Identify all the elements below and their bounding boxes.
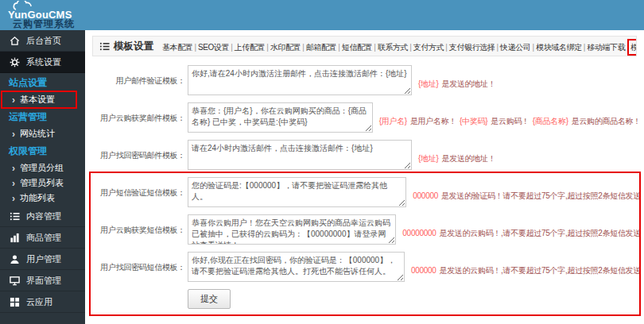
toolbar: 模板设置 基本配置|SEO设置|上传配置|水印配置|邮箱配置|短信配置|联系方式…: [92, 36, 637, 56]
tab-支付方式[interactable]: 支付方式: [413, 41, 444, 53]
list-icon: [9, 210, 20, 222]
note-token: 000000: [411, 266, 436, 275]
tab-联系方式[interactable]: 联系方式: [377, 41, 409, 53]
sidebar-item-内容管理[interactable]: 内容管理: [0, 206, 85, 227]
form-row: 用户邮件验证模板：{地址}是发送的地址！: [91, 65, 644, 95]
sidebar-item-label: 管理员列表: [20, 177, 64, 189]
tab-基本配置[interactable]: 基本配置: [161, 41, 193, 53]
page-title: 模板设置: [99, 40, 153, 53]
form-row: 用户云购获奖邮件模板：{用户名}是用户名称！{中奖码}是云购码！{商品名称}是云…: [91, 102, 644, 133]
chevron-right-icon: ›: [12, 164, 15, 172]
sidebar-item-界面管理[interactable]: 界面管理: [0, 270, 85, 291]
home-icon: [9, 35, 20, 46]
tab-SEO设置[interactable]: SEO设置: [197, 41, 230, 53]
note-text: 是发送的云购码！,请不要超过75个字,超过按照2条短信发送: [439, 229, 641, 237]
chevron-right-icon: ›: [12, 96, 15, 104]
sidebar-item-label: 系统设置: [26, 56, 61, 68]
main-content: 模板设置 基本配置|SEO设置|上传配置|水印配置|邮箱配置|短信配置|联系方式…: [85, 30, 644, 324]
tab-支付银行选择[interactable]: 支付银行选择: [448, 41, 496, 53]
bar-chart-icon: [9, 232, 20, 243]
grid-icon: [9, 296, 20, 307]
sidebar-item-后台首页[interactable]: 后台首页: [0, 30, 85, 52]
form-note: {用户名}是用户名称！{中奖码}是云购码！{商品名称}是云购的商品名称！: [379, 116, 644, 133]
chevron-right-icon: ›: [12, 195, 15, 202]
tab-separator: |: [627, 43, 629, 52]
tab-separator: |: [496, 43, 499, 52]
note-token: {地址}: [418, 79, 438, 88]
form-row: 用户云购获奖短信模板：00000000是发送的云购码！,请不要超过75个字,超过…: [91, 214, 644, 245]
note-token: {用户名}: [379, 117, 407, 125]
brand-subtitle: 云购管理系统: [13, 17, 75, 31]
top-header: YunGouCMS 云购管理系统: [0, 0, 644, 30]
sidebar-item-label: 用户管理: [26, 253, 61, 265]
sidebar-item-label: 基本设置: [20, 94, 55, 106]
sidebar-item-label: 管理员分组: [20, 162, 64, 174]
sidebar-item-基本设置[interactable]: ›基本设置: [2, 92, 76, 107]
form-row: 用户短信验证短信模板：000000是发送的验证码！请不要超过75个字,超过按照2…: [91, 177, 644, 207]
template-textarea-6[interactable]: [188, 252, 405, 282]
sidebar-item-功能列表[interactable]: ›功能列表: [0, 191, 85, 206]
sidebar-group-header: 运营管理: [0, 107, 85, 126]
tab-separator: |: [338, 43, 340, 52]
template-textarea-1[interactable]: [188, 65, 412, 95]
tab-模板设置[interactable]: 模板设置: [630, 41, 637, 53]
sidebar-item-用户管理[interactable]: 用户管理: [0, 249, 85, 270]
form-label: 用户云购获奖邮件模板：: [91, 102, 185, 133]
tab-水印配置[interactable]: 水印配置: [270, 41, 301, 53]
tab-separator: |: [231, 43, 233, 52]
sidebar-item-管理员分组[interactable]: ›管理员分组: [0, 160, 85, 176]
sidebar-item-label: 界面管理: [26, 275, 61, 287]
tab-separator: |: [409, 43, 412, 52]
submit-row: 提交: [188, 289, 644, 309]
note-text: 是发送的地址！: [441, 154, 495, 163]
template-form: 用户邮件验证模板：{地址}是发送的地址！用户云购获奖邮件模板：{用户名}是用户名…: [85, 56, 644, 309]
submit-button[interactable]: 提交: [188, 289, 231, 309]
form-label: 用户找回密码邮件模板：: [91, 140, 185, 170]
template-textarea-4[interactable]: [188, 177, 406, 207]
tab-快递公司[interactable]: 快递公司: [499, 41, 531, 53]
sidebar-item-label: 功能列表: [20, 192, 55, 204]
note-token: 00000000: [402, 229, 436, 237]
sidebar-item-label: 云应用: [26, 296, 52, 308]
form-note: {地址}是发送的地址！: [418, 153, 499, 170]
tab-移动端下载[interactable]: 移动端下载: [586, 41, 626, 53]
tab-短信配置[interactable]: 短信配置: [341, 41, 373, 53]
chevron-right-icon: ›: [12, 130, 15, 138]
form-note: 00000000是发送的云购码！,请不要超过75个字,超过按照2条短信发送: [402, 228, 644, 245]
note-token: 000000: [413, 191, 438, 200]
tab-separator: |: [445, 43, 448, 52]
tab-bar: 基本配置|SEO设置|上传配置|水印配置|邮箱配置|短信配置|联系方式|支付方式…: [161, 39, 637, 53]
monitor-icon: [9, 275, 20, 286]
tab-上传配置[interactable]: 上传配置: [234, 41, 266, 53]
form-label: 用户邮件验证模板：: [91, 65, 185, 95]
sidebar-item-网站统计[interactable]: ›网站统计: [0, 126, 85, 141]
tab-邮箱配置[interactable]: 邮箱配置: [305, 41, 337, 53]
tab-模块域名绑定[interactable]: 模块域名绑定: [535, 41, 583, 53]
sidebar-item-云应用[interactable]: 云应用: [0, 291, 85, 313]
sidebar-item-系统设置[interactable]: 系统设置: [0, 52, 85, 73]
chevron-right-icon: ›: [12, 179, 15, 187]
tab-separator: |: [584, 43, 586, 52]
note-text: 是云购码！: [491, 117, 530, 125]
form-note: 000000是发送的云购码！,请不要超过75个字,超过按照2条短信发送: [411, 265, 644, 282]
note-token: {中奖码}: [460, 117, 487, 125]
form-row: 用户找回密码短信模板：000000是发送的云购码！,请不要超过75个字,超过按照…: [91, 252, 644, 282]
note-token: {商品名称}: [533, 117, 568, 125]
form-label: 用户短信验证短信模板：: [91, 177, 185, 207]
form-label: 用户云购获奖短信模板：: [91, 214, 185, 245]
template-textarea-5[interactable]: [188, 214, 396, 245]
tab-separator: |: [194, 43, 196, 52]
sidebar-item-商品管理[interactable]: 商品管理: [0, 227, 85, 249]
template-textarea-2[interactable]: [188, 102, 373, 133]
note-text: 是发送的地址！: [441, 79, 495, 88]
gear-icon: [9, 56, 20, 68]
sidebar: 后台首页系统设置站点设置›基本设置运营管理›网站统计权限管理›管理员分组›管理员…: [0, 30, 85, 324]
template-textarea-3[interactable]: [188, 140, 412, 170]
form-note: {地址}是发送的地址！: [418, 79, 499, 95]
form-row: 用户找回密码邮件模板：{地址}是发送的地址！: [91, 140, 644, 170]
list-icon: [99, 41, 110, 52]
note-text: 是发送的云购码！,请不要超过75个字,超过按照2条短信发送: [439, 266, 641, 275]
tab-separator: |: [532, 43, 534, 52]
sidebar-item-管理员列表[interactable]: ›管理员列表: [0, 176, 85, 191]
page: YunGouCMS 云购管理系统 后台首页系统设置站点设置›基本设置运营管理›网…: [0, 0, 644, 324]
